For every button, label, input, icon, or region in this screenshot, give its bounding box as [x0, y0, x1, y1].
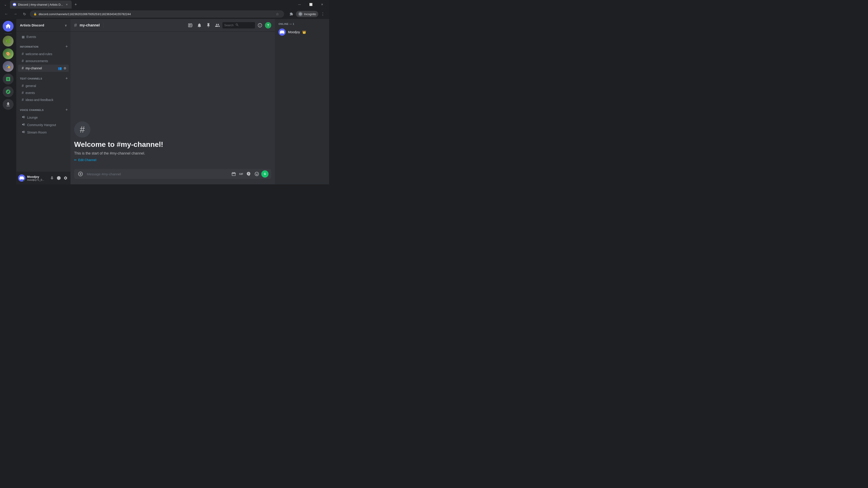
incognito-icon [298, 12, 303, 16]
server-item[interactable]: 🌿 [3, 36, 13, 46]
settings-icon[interactable]: ⚙ [63, 66, 67, 70]
server-item[interactable]: 🎨 [3, 48, 13, 59]
section-title-voice-channels: VOICE CHANNELS [20, 109, 43, 111]
tab-favicon [13, 3, 16, 6]
browser-tab[interactable]: Discord | #my-channel | Artists D... ✕ [10, 0, 72, 8]
channel-item-ideas-and-feedback[interactable]: # ideas-and-feedback [18, 96, 69, 103]
gift-button[interactable] [230, 170, 237, 177]
section-header-voice-channels[interactable]: VOICE CHANNELS + [16, 103, 70, 113]
extensions-button[interactable] [288, 10, 295, 18]
notifications-button[interactable] [195, 21, 204, 29]
user-settings-button[interactable] [62, 175, 69, 181]
edit-channel-link[interactable]: ✏ Edit Channel [74, 158, 96, 162]
gif-button[interactable]: GIF [238, 170, 244, 177]
text-channel-icon: # [22, 59, 24, 63]
tab-close-button[interactable]: ✕ [65, 2, 69, 6]
channel-item-announcements[interactable]: # announcements [18, 58, 69, 64]
edit-channel-label: Edit Channel [78, 158, 96, 162]
minimize-button[interactable]: — [294, 0, 305, 8]
member-item-moodjoy[interactable]: Moodjoy 👑 [277, 27, 327, 37]
message-input-area: GIF G [70, 169, 275, 184]
search-placeholder: Search [224, 24, 234, 27]
close-button[interactable]: ✕ [317, 0, 327, 8]
text-channel-icon: # [22, 66, 24, 70]
explore-servers-button[interactable] [3, 86, 13, 97]
server-name-header[interactable]: Artists Discord ∨ [16, 19, 70, 32]
channel-item-lounge[interactable]: Lounge [18, 114, 69, 121]
mute-button[interactable] [49, 175, 55, 181]
add-channel-voice-button[interactable]: + [64, 107, 69, 113]
section-title-text-channels: TEXT CHANNELS [20, 77, 42, 80]
message-text-input[interactable] [87, 172, 227, 176]
sidebar-item-events-link[interactable]: ▦ Events [18, 34, 69, 40]
tab-list-chevron[interactable]: ⌄ [2, 1, 9, 8]
url-actions: ☆ [274, 11, 281, 17]
channel-header-name: my-channel [80, 23, 100, 27]
deafen-button[interactable] [56, 175, 62, 181]
online-count: — 1 [289, 23, 294, 25]
user-status-indicator [23, 180, 25, 182]
pinned-messages-button[interactable] [204, 21, 213, 29]
members-list-button[interactable] [213, 21, 221, 29]
user-tag: moodjoy71_0... [27, 178, 47, 181]
download-button[interactable] [3, 99, 13, 110]
incognito-button[interactable]: Incognito [296, 11, 318, 17]
user-info: Moodjoy moodjoy71_0... [27, 175, 47, 181]
welcome-subtitle: This is the start of the #my-channel cha… [74, 151, 271, 156]
invite-icon[interactable]: 👥 [57, 66, 62, 70]
channel-name: Lounge [27, 116, 38, 119]
calendar-icon: ▦ [22, 35, 25, 39]
back-button[interactable]: ← [3, 10, 10, 18]
channel-name: events [26, 91, 35, 95]
section-title-information: INFORMATION [20, 45, 38, 48]
incognito-label: Incognito [304, 12, 316, 16]
bookmark-button[interactable]: ☆ [274, 11, 281, 17]
member-avatar [278, 29, 286, 36]
help-button[interactable]: ? [265, 22, 271, 29]
emoji-button[interactable] [253, 170, 260, 177]
search-box[interactable]: Search [222, 22, 255, 29]
attach-button[interactable] [77, 170, 84, 177]
channel-header: # my-channel [70, 19, 275, 32]
events-label: Events [26, 35, 36, 39]
refresh-button[interactable]: ↻ [21, 10, 28, 18]
online-members-section-title: ONLINE — 1 [277, 23, 327, 27]
server-separator [4, 33, 12, 34]
channel-item-stream-room[interactable]: Stream Room [18, 129, 69, 136]
url-bar[interactable]: 🔒 discord.com/channels/11823620100679352… [30, 10, 284, 18]
channel-item-my-channel[interactable]: # my-channel 👥 ⚙ [18, 65, 69, 72]
voice-channel-icon [22, 130, 25, 135]
threads-button[interactable] [186, 21, 194, 29]
window-controls: — ⬜ ✕ [294, 0, 327, 8]
section-header-information[interactable]: INFORMATION + [16, 40, 70, 51]
channel-name: Stream Room [27, 131, 46, 134]
add-channel-text-button[interactable]: + [64, 76, 69, 81]
channel-header-hash-icon: # [74, 22, 77, 28]
channel-name: Community Hangout [27, 123, 56, 127]
welcome-area: # Welcome to #my-channel! This is the st… [74, 118, 271, 165]
voice-channel-icon [22, 123, 25, 127]
user-area: Moodjoy moodjoy71_0... [16, 172, 70, 184]
channel-name: announcements [26, 59, 48, 63]
channel-actions: 👥 ⚙ [57, 66, 67, 70]
input-actions: GIF G [230, 170, 269, 177]
grammarly-button[interactable]: G [261, 170, 269, 177]
members-sidebar: ONLINE — 1 Moodjoy 👑 [275, 19, 329, 184]
sticker-button[interactable] [245, 170, 252, 177]
channel-item-events[interactable]: # events [18, 90, 69, 96]
channel-item-welcome-and-rules[interactable]: # welcome-and-rules [18, 51, 69, 57]
add-channel-information-button[interactable]: + [64, 44, 69, 50]
new-tab-button[interactable]: + [72, 1, 79, 8]
channel-item-community-hangout[interactable]: Community Hangout [18, 121, 69, 129]
channel-item-general[interactable]: # general [18, 83, 69, 89]
discord-home-button[interactable] [3, 21, 13, 32]
section-header-text-channels[interactable]: TEXT CHANNELS + [16, 72, 70, 82]
user-avatar[interactable] [18, 174, 25, 182]
inbox-button[interactable] [256, 21, 264, 29]
forward-button[interactable]: → [12, 10, 19, 18]
more-options-button[interactable]: ⋮ [319, 10, 327, 18]
channel-name: general [26, 84, 36, 88]
server-item[interactable]: 🎭 [3, 61, 13, 72]
add-server-button[interactable] [3, 74, 13, 85]
maximize-button[interactable]: ⬜ [306, 0, 316, 8]
